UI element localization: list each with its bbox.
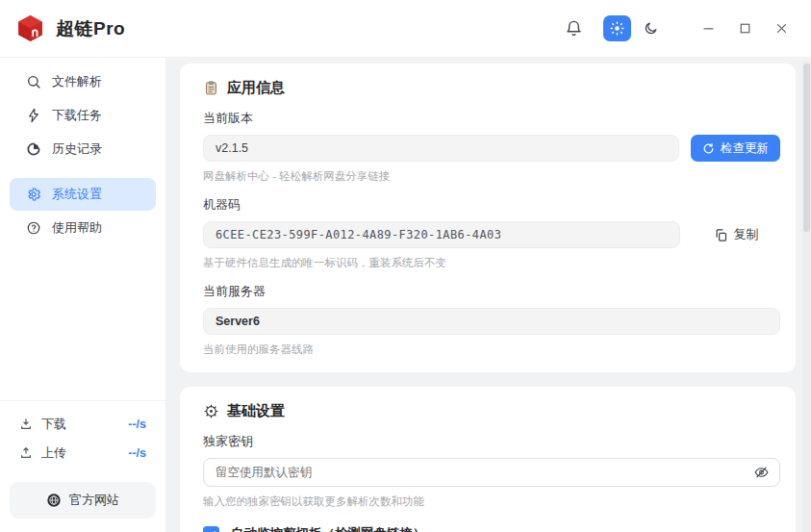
app-logo-cube-icon <box>17 14 43 42</box>
toggle-key-visibility-button[interactable] <box>753 465 770 481</box>
light-theme-button[interactable] <box>603 15 631 41</box>
download-icon <box>19 418 33 431</box>
close-icon <box>773 20 790 37</box>
globe-icon <box>46 493 62 508</box>
sidebar-item-download-tasks[interactable]: 下载任务 <box>10 99 156 132</box>
notifications-button[interactable] <box>559 15 588 42</box>
titlebar-actions <box>559 15 792 42</box>
titlebar: 超链Pro <box>0 0 811 58</box>
machine-code-helper: 基于硬件信息生成的唯一标识码，重装系统后不变 <box>203 256 780 270</box>
sidebar-item-label: 文件解析 <box>52 73 102 90</box>
minimize-icon <box>700 20 717 37</box>
version-label: 当前版本 <box>203 110 780 127</box>
window-controls <box>697 18 792 39</box>
app-title: 超链Pro <box>56 16 125 41</box>
basic-settings-header: 基础设置 <box>203 402 780 420</box>
exclusive-key-input[interactable] <box>203 458 780 487</box>
maximize-button[interactable] <box>734 18 755 39</box>
version-input[interactable] <box>203 135 679 162</box>
upload-speed-row: 上传 --/s <box>19 439 146 468</box>
sidebar-nav: 文件解析 下载任务 历史记录 <box>0 65 165 245</box>
refresh-icon <box>702 142 715 155</box>
machine-code-input[interactable] <box>203 221 680 248</box>
app-window: 超链Pro <box>0 0 811 532</box>
sidebar-item-help[interactable]: 使用帮助 <box>10 212 156 244</box>
app-info-title: 应用信息 <box>227 79 285 97</box>
basic-settings-card: 基础设置 独家密钥 输入您的独家密钥以获取更多解析次数和功能 <box>180 387 796 532</box>
sidebar-item-label: 使用帮助 <box>52 219 102 237</box>
close-button[interactable] <box>771 18 792 39</box>
official-website-label: 官方网站 <box>69 492 119 509</box>
sidebar-item-file-parse[interactable]: 文件解析 <box>10 65 156 98</box>
search-icon <box>26 74 41 89</box>
speed-stats: 下载 --/s 上传 --/s <box>0 401 165 468</box>
clipboard-icon <box>203 80 219 96</box>
version-helper: 网盘解析中心 - 轻松解析网盘分享链接 <box>203 169 780 184</box>
history-icon <box>26 141 41 157</box>
copy-label: 复制 <box>734 226 759 243</box>
copy-icon <box>714 228 728 242</box>
official-website-button[interactable]: 官方网站 <box>10 482 156 519</box>
server-label: 当前服务器 <box>203 283 780 300</box>
app-info-card: 应用信息 当前版本 检查更新 网盘解析中心 - 轻松解析网盘分享链接 机器码 <box>180 63 796 372</box>
download-speed-row: 下载 --/s <box>19 410 146 439</box>
sidebar-item-settings[interactable]: 系统设置 <box>10 178 156 211</box>
check-update-button[interactable]: 检查更新 <box>691 135 780 162</box>
download-label: 下载 <box>41 416 66 433</box>
check-icon <box>205 528 217 532</box>
brand: 超链Pro <box>17 14 125 42</box>
sidebar-item-label: 下载任务 <box>52 107 102 124</box>
sidebar-item-history[interactable]: 历史记录 <box>10 133 156 165</box>
app-info-header: 应用信息 <box>203 79 780 97</box>
upload-speed-value: --/s <box>128 446 146 460</box>
moon-icon <box>643 20 659 37</box>
upload-icon <box>19 446 33 460</box>
sun-icon <box>609 20 625 37</box>
upload-label: 上传 <box>41 444 66 462</box>
eye-off-icon <box>753 465 770 481</box>
settings-page: 应用信息 当前版本 检查更新 网盘解析中心 - 轻松解析网盘分享链接 机器码 <box>165 58 811 532</box>
settings-dial-icon <box>203 403 219 419</box>
lightning-icon <box>26 108 41 123</box>
sidebar-item-label: 历史记录 <box>52 140 102 158</box>
copy-machine-code-button[interactable]: 复制 <box>692 225 780 244</box>
clipboard-monitor-label: 自动监控剪切板（检测网盘链接） <box>231 525 426 532</box>
maximize-icon <box>737 20 753 37</box>
dark-theme-button[interactable] <box>637 15 665 41</box>
content-scrollbar[interactable] <box>802 62 811 532</box>
exclusive-key-helper: 输入您的独家密钥以获取更多解析次数和功能 <box>203 494 780 509</box>
clipboard-monitor-checkbox[interactable] <box>203 526 219 532</box>
theme-toggle <box>603 15 665 41</box>
sidebar-item-label: 系统设置 <box>52 186 102 203</box>
exclusive-key-label: 独家密钥 <box>203 433 780 450</box>
server-input[interactable] <box>203 308 780 335</box>
bell-icon <box>565 19 583 38</box>
server-helper: 当前使用的服务器线路 <box>203 342 780 357</box>
question-circle-icon <box>26 220 41 236</box>
sidebar: 文件解析 下载任务 历史记录 <box>0 58 165 532</box>
machine-code-label: 机器码 <box>203 196 780 214</box>
scrollbar-thumb[interactable] <box>803 63 810 232</box>
download-speed-value: --/s <box>128 418 146 431</box>
check-update-label: 检查更新 <box>721 140 769 157</box>
basic-settings-title: 基础设置 <box>227 402 285 420</box>
gear-icon <box>26 187 41 202</box>
minimize-button[interactable] <box>697 18 719 39</box>
